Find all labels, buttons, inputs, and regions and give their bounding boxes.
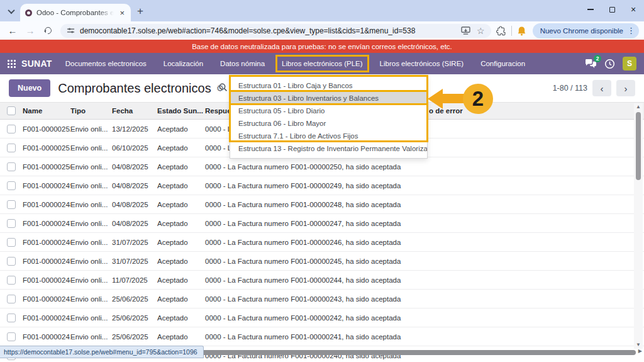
row-checkbox[interactable] [7,276,16,285]
cell-tipo: Envio onli... [70,220,112,227]
cell-tipo: Envio onli... [70,295,112,303]
chrome-update-button[interactable]: Nuevo Chrome disponible ⋮ [533,23,639,38]
dropdown-item-0[interactable]: Estructura 01 - Libro Caja y Bancos [230,79,427,92]
minimize-button[interactable] [580,0,601,19]
nav-item-2[interactable]: Datos nómina [216,57,269,71]
row-checkbox[interactable] [7,238,16,247]
row-checkbox[interactable] [7,295,16,303]
new-tab-button[interactable]: + [137,6,143,16]
scroll-right-icon[interactable]: ▶ [638,348,642,354]
page-title: Comprobantes electronicos [58,81,211,96]
table-row[interactable]: F001-00000245Envio onli...31/07/2025Acep… [0,252,644,271]
cell-fecha: 04/08/2025 [112,201,157,208]
table-row[interactable]: F001-00000244Envio onli...11/07/2025Acep… [0,271,644,290]
table-row[interactable]: F001-00000246Envio onli...31/07/2025Acep… [0,233,644,252]
notification-bell-icon[interactable] [517,26,526,36]
pager: 1-80 / 113 ‹ › [553,80,635,96]
user-avatar[interactable]: S [623,57,636,71]
column-header-0[interactable]: Name [23,107,70,115]
table-row[interactable]: F001-00000249Envio onli...04/08/2025Acep… [0,176,644,195]
restore-button[interactable] [601,0,623,19]
column-header-5[interactable]: o de error [419,107,644,115]
cell-estado: Aceptado [157,333,205,341]
table-row[interactable]: F001-00000247Envio onli...04/08/2025Acep… [0,214,644,233]
tab-search-button[interactable] [4,4,19,18]
row-checkbox[interactable] [7,200,16,209]
nav-item-3[interactable]: Libros electrónicos (PLE) [277,57,367,71]
cell-fecha: 31/07/2025 [112,257,157,265]
row-checkbox[interactable] [7,314,16,322]
kebab-menu-icon[interactable]: ⋮ [627,26,635,35]
row-checkbox[interactable] [7,144,16,152]
cell-tipo: Envio onli... [70,239,112,246]
row-checkbox[interactable] [7,125,16,133]
cell-respuesta: 0000 - La Factura numero F001-00000247, … [205,220,419,227]
cell-name: F001-00000242 [23,314,70,322]
table-row[interactable]: F001-00000242Envio onli...25/06/2025Acep… [0,308,644,327]
cell-name: F001-00000250 [23,163,70,171]
odoo-favicon-icon [25,9,32,16]
dropdown-item-3[interactable]: Estructura 06 - Libro Mayor [230,117,427,130]
cell-estado: Aceptado [157,220,205,227]
pager-next-button[interactable]: › [616,80,635,96]
horizontal-scroll-thumb[interactable] [180,350,636,355]
dropdown-item-4[interactable]: Estructura 7.1 - Libro de Activos Fijos [230,130,427,142]
dropdown-item-1[interactable]: Estructura 03 - Libro Inventarios y Bala… [230,92,427,105]
dropdown-item-2[interactable]: Estructura 05 - Libro Diario [230,105,427,117]
column-header-1[interactable]: Tipo [70,107,112,115]
nav-item-5[interactable]: Configuracion [476,57,530,71]
row-checkbox[interactable] [7,257,16,266]
table-row[interactable]: F001-00000248Envio onli...04/08/2025Acep… [0,195,644,214]
cell-respuesta: 0000 - La Factura numero F001-00000250, … [205,163,419,171]
message-count-badge: 2 [594,55,601,62]
dropdown-item-5[interactable]: Estructura 13 - Registro de Inventario P… [230,142,427,155]
app-brand[interactable]: SUNAT [21,59,52,69]
cell-name: F001-00000247 [23,220,70,227]
reload-button[interactable] [40,23,55,38]
back-button[interactable]: ← [5,23,20,38]
nav-item-0[interactable]: Documentos electronicos [61,57,151,71]
close-button[interactable]: × [623,0,644,19]
cell-fecha: 13/12/2025 [112,125,157,133]
activities-clock-icon[interactable] [604,59,615,69]
table-row[interactable]: F001-00000243Envio onli...25/06/2025Acep… [0,290,644,308]
extensions-icon[interactable] [496,26,506,36]
new-record-button[interactable]: Nuevo [9,79,50,97]
row-checkbox[interactable] [7,162,16,171]
nav-item-1[interactable]: Localización [159,57,208,71]
nav-item-4[interactable]: Libros electrónicos (SIRE) [375,57,469,71]
column-header-3[interactable]: Estado Sun... [157,107,205,115]
install-icon[interactable] [461,26,470,35]
bookmark-star-icon[interactable]: ☆ [477,26,485,35]
table-row[interactable]: F001-00000241Envio onli...25/06/2025Acep… [0,327,644,346]
apps-grid-icon[interactable] [8,60,16,68]
vertical-scroll-thumb[interactable] [636,112,641,180]
browser-tab[interactable]: Odoo - Comprobantes electron × [20,4,131,21]
row-checkbox[interactable] [7,181,16,190]
cell-estado: Aceptado [157,239,205,246]
cell-name: F001-00000244 [23,276,70,284]
column-header-2[interactable]: Fecha [112,107,157,115]
row-checkbox[interactable] [7,219,16,228]
cell-fecha: 11/07/2025 [112,276,157,284]
search-icon[interactable] [218,82,228,93]
url-text[interactable]: democontable17.solse.pe/web#action=746&m… [80,26,456,35]
cell-tipo: Envio onli... [70,201,112,208]
pager-previous-button[interactable]: ‹ [592,80,611,96]
table-row[interactable]: F001-00000250Envio onli...04/08/2025Acep… [0,157,644,176]
cell-tipo: Envio onli... [70,182,112,189]
messages-button[interactable]: 2 [585,59,597,69]
cell-fecha: 04/08/2025 [112,163,157,171]
cell-estado: Aceptado [157,163,205,171]
tab-close-icon[interactable]: × [118,8,126,18]
address-bar[interactable]: democontable17.solse.pe/web#action=746&m… [60,24,491,38]
scroll-up-icon[interactable]: ▲ [636,103,641,111]
site-settings-icon[interactable] [67,26,75,35]
vertical-scrollbar[interactable]: ▲ ▼ [634,103,643,349]
window-controls: × [580,0,644,19]
pager-range: 1-80 / 113 [553,84,587,93]
select-all-checkbox[interactable] [7,106,16,115]
cell-respuesta: 0000 - La Factura numero F001-00000241, … [205,333,419,341]
forward-button[interactable]: → [23,23,38,38]
row-checkbox[interactable] [7,332,16,341]
